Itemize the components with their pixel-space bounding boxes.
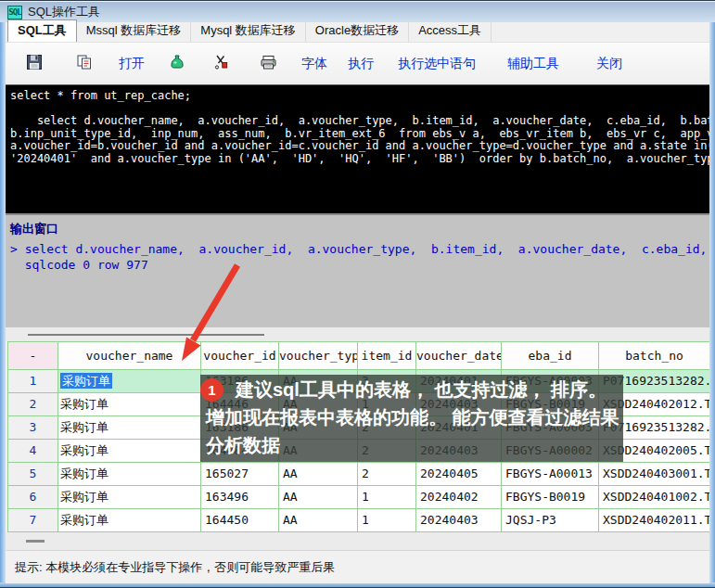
tab-2[interactable]: Mssql 数据库迁移 [77, 20, 192, 42]
sql-editor-line: select * from ut_rep_cache; [10, 90, 709, 103]
font-button-label: 字体 [301, 56, 327, 72]
horizontal-scrollbar-thumb[interactable] [28, 334, 264, 336]
tab-3[interactable]: Mysql 数据库迁移 [191, 20, 306, 42]
copy-icon [76, 54, 93, 74]
status-bar-text: 提示: 本模块必须在专业指导下操作，否则可能导致严重后果 [15, 560, 335, 574]
column-header-[interactable]: - [8, 342, 58, 370]
table-row: 6采购订单163496AA120240402FBGYS-B0019XSDD240… [7, 486, 709, 509]
printer-icon [260, 54, 277, 74]
table-cell[interactable]: 2 [358, 463, 416, 486]
table-cell[interactable]: FBGYS-A00013 [502, 463, 599, 486]
table-cell[interactable]: 采购订单 [58, 509, 201, 532]
table-bottom-scrollbar-thumb[interactable] [26, 540, 45, 543]
table-cell[interactable]: 163496 [201, 486, 279, 509]
table-bottom-scrollbar[interactable] [6, 532, 709, 550]
helper-tools-label: 辅助工具 [507, 56, 559, 72]
floppy-disk-icon [26, 54, 43, 74]
window-content: SQL工具Mssql 数据库迁移Mysql 数据库迁移Oracle数据迁移Acc… [6, 22, 709, 583]
output-line: sqlcode 0 row 977 [10, 257, 709, 273]
table-cell[interactable]: AA [279, 486, 358, 509]
table-cell[interactable]: XSDD240403001.TB-01 [599, 463, 709, 486]
column-header-voucher_id[interactable]: voucher_id [201, 342, 279, 370]
close-button[interactable]: 关闭 [596, 56, 622, 72]
annotation-tooltip-line: 增加现在报表中表格的功能。 能方便查看过滤结果， [200, 403, 623, 431]
font-button[interactable]: 字体 [301, 56, 327, 72]
sql-editor[interactable]: select * from ut_rep_cache; select d.vou… [6, 84, 709, 213]
title-bar: SQL SQL操作工具 [0, 2, 715, 22]
save-button[interactable] [26, 54, 43, 74]
tab-1[interactable]: SQL工具 [7, 19, 77, 42]
table-row: 5采购订单165027AA220240405FBGYS-A00013XSDD24… [7, 463, 709, 486]
table-cell[interactable]: 20240403 [416, 509, 502, 532]
table-cell[interactable]: 采购订单 [58, 393, 201, 416]
column-header-voucher_date[interactable]: voucher_date [416, 342, 502, 370]
table-cell[interactable]: AA [279, 509, 358, 532]
close-button-label: 关闭 [596, 56, 622, 72]
sql-editor-line: '20240401' and a.voucher_type in ('AA', … [10, 153, 709, 166]
cut-icon [213, 54, 230, 74]
sql-editor-line: select d.voucher_name, a.voucher_id, a.v… [10, 115, 709, 128]
cut-button[interactable] [213, 54, 230, 74]
annotation-badge: 1 [200, 378, 223, 402]
row-number-cell[interactable]: 1 [8, 370, 58, 393]
table-cell[interactable]: 采购订单 [58, 463, 201, 486]
row-number-cell[interactable]: 7 [8, 509, 58, 532]
table-cell[interactable]: 1 [358, 486, 416, 509]
table-cell[interactable]: 采购订单 [58, 416, 201, 440]
execute-selected-button[interactable]: 执行选中语句 [398, 56, 476, 72]
table-cell[interactable]: 165027 [201, 463, 279, 486]
row-number-cell[interactable]: 2 [8, 393, 58, 416]
open-button[interactable]: 打开 [119, 56, 145, 72]
table-cell[interactable]: 采购订单 [58, 370, 201, 393]
output-panel-title: 输出窗口 [10, 221, 709, 237]
row-number-cell[interactable]: 5 [8, 463, 58, 486]
table-cell[interactable]: 采购订单 [58, 440, 201, 463]
tab-strip: SQL工具Mssql 数据库迁移Mysql 数据库迁移Oracle数据迁移Acc… [6, 22, 709, 43]
column-header-batch_no[interactable]: batch_no [599, 342, 709, 370]
table-header-row: -voucher_namevoucher_idvoucher_typeitem_… [7, 342, 709, 370]
column-header-item_id[interactable]: item_id [358, 342, 416, 370]
tab-5[interactable]: Access工具 [409, 20, 492, 42]
execute-button-label: 执行 [348, 56, 374, 72]
sql-editor-line: a.voucher_id=b.voucher_id and a.voucher_… [10, 140, 709, 153]
table-cell[interactable]: XSDD240401002.TB-01 [599, 486, 709, 509]
annotation-tooltip-line: 建议sql工具中的表格， 也支持过滤， 排序。 [200, 376, 623, 403]
table-cell[interactable]: 164450 [201, 509, 279, 532]
column-header-voucher_name[interactable]: voucher_name [58, 342, 201, 370]
tab-4[interactable]: Oracle数据迁移 [306, 20, 409, 42]
column-header-eba_id[interactable]: eba_id [502, 342, 599, 370]
table-cell[interactable]: 采购订单 [58, 486, 201, 509]
copy-button[interactable] [76, 54, 93, 74]
execute-button[interactable]: 执行 [348, 56, 374, 72]
output-line: > select d.voucher_name, a.voucher_id, a… [10, 241, 709, 257]
table-cell[interactable]: AA [279, 463, 358, 486]
row-number-cell[interactable]: 3 [8, 416, 58, 440]
row-number-cell[interactable]: 6 [8, 486, 58, 509]
execute-selected-label: 执行选中语句 [398, 56, 476, 72]
selected-cell-highlight: 采购订单 [60, 373, 112, 389]
print-button[interactable] [260, 54, 277, 74]
sql-editor-line [10, 103, 709, 116]
table-cell[interactable]: 1 [358, 509, 416, 532]
window-border-right [709, 22, 715, 582]
table-cell[interactable]: FBGYS-B0019 [502, 486, 599, 509]
toolbar: 打开 字体 执行 [6, 43, 709, 84]
app-window: SQL SQL操作工具 SQL工具Mssql 数据库迁移Mysql 数据库迁移O… [0, 0, 715, 588]
column-header-voucher_type[interactable]: voucher_type [279, 342, 358, 370]
table-cell[interactable]: 20240405 [416, 463, 502, 486]
table-cell[interactable]: XSDD240402011.TB-01 [599, 509, 709, 532]
horizontal-scrollbar[interactable] [6, 327, 709, 341]
app-icon: SQL [7, 6, 22, 19]
flask-button[interactable] [169, 54, 185, 74]
sql-editor-line: b.inp_unit_type_id, inp_num, ass_num, b.… [10, 128, 709, 141]
table-cell[interactable]: JQSJ-P3 [502, 509, 599, 532]
flask-icon [169, 54, 185, 74]
open-button-label: 打开 [119, 56, 145, 72]
annotation-tooltip: 建议sql工具中的表格， 也支持过滤， 排序。增加现在报表中表格的功能。 能方便… [200, 375, 623, 462]
annotation-tooltip-line: 分析数据 [200, 431, 623, 459]
helper-tools-button[interactable]: 辅助工具 [507, 56, 559, 72]
row-number-cell[interactable]: 4 [8, 440, 58, 463]
table-cell[interactable]: 20240402 [416, 486, 502, 509]
output-log: > select d.voucher_name, a.voucher_id, a… [6, 241, 709, 273]
output-panel: 输出窗口 > select d.voucher_name, a.voucher_… [6, 213, 709, 327]
